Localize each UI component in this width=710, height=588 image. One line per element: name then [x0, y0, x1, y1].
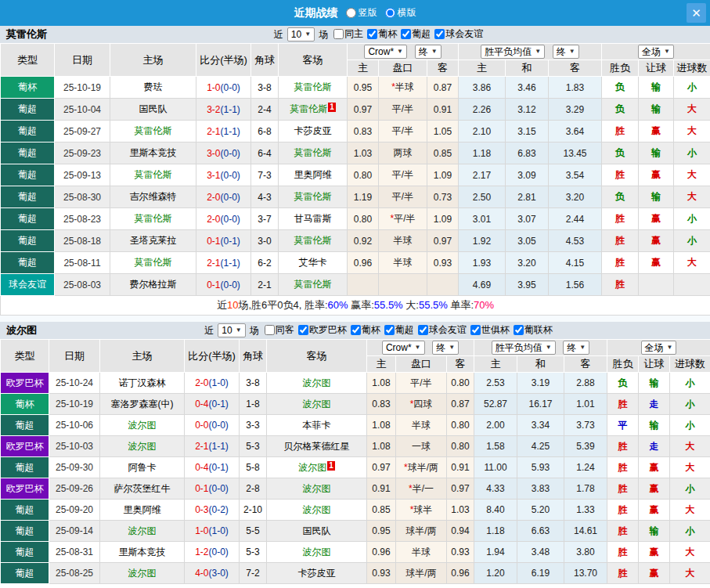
corner-score: 2-1	[251, 274, 279, 296]
avg-home: 3.01	[459, 208, 506, 230]
filter-checkbox[interactable]	[384, 325, 395, 335]
avg-draw: 5.20	[517, 500, 564, 521]
filter-checkbox-option[interactable]: 葡超	[380, 323, 414, 337]
scope-select[interactable]: 全场▼	[641, 341, 677, 355]
home-team: 莫雷伦斯	[110, 252, 196, 274]
fulltime-score: 1-2	[195, 547, 208, 557]
col-result-handicap: 让球	[639, 356, 670, 373]
match-type-badge: 葡超	[1, 186, 55, 208]
average-odds-select[interactable]: 胜平负均值▼	[481, 45, 545, 59]
filter-checkbox-option[interactable]: 球会友谊	[414, 323, 467, 337]
result-goals: 小	[670, 521, 710, 542]
filter-checkbox-option[interactable]: 葡超	[397, 27, 431, 41]
filter-checkbox-option[interactable]: 世俱杯	[467, 323, 510, 337]
filter-checkbox[interactable]	[418, 325, 428, 335]
final-odds-select[interactable]: 终▼	[432, 341, 459, 355]
home-team: 莫雷伦斯	[110, 121, 196, 142]
result-goals	[674, 274, 710, 296]
corner-score: 5-3	[240, 542, 267, 563]
layout-option-horizontal[interactable]: 横版	[385, 6, 416, 20]
filter-checkbox[interactable]	[298, 325, 308, 335]
match-date: 25-08-31	[49, 542, 100, 563]
col-result-wdl: 胜负	[602, 60, 639, 77]
chevron-down-icon: ▼	[449, 341, 455, 354]
close-button[interactable]: ✕	[687, 3, 706, 23]
match-count-select[interactable]: 10 ▼	[287, 27, 315, 41]
avg-home: 4.69	[459, 274, 506, 296]
filter-label: 葡联杯	[524, 323, 553, 337]
bookmaker-select[interactable]: Crow*▼	[364, 45, 407, 59]
layout-option-vertical[interactable]: 竖版	[346, 6, 377, 20]
avg-away: 3.54	[549, 164, 602, 186]
result-wdl: 负	[602, 77, 639, 99]
filter-checkbox[interactable]	[514, 325, 524, 335]
result-wdl: 胜	[607, 521, 639, 542]
avg-home: 1.20	[474, 563, 517, 584]
filter-checkbox-option[interactable]: 葡杯	[347, 323, 380, 337]
avg-draw: 3.09	[506, 164, 549, 186]
score-cell: 0-1(0-1)	[196, 230, 251, 252]
filter-checkbox[interactable]	[265, 325, 275, 335]
avg-away: 3.20	[549, 186, 602, 208]
col-result-handicap: 让球	[639, 60, 674, 77]
odds-home: 0.85	[367, 500, 396, 521]
home-team: 莫雷伦斯	[110, 164, 196, 186]
col-type: 类型	[1, 44, 55, 77]
fulltime-score: 2-0	[207, 214, 220, 225]
filter-checkbox-option[interactable]: 葡联杯	[510, 323, 553, 337]
filter-checkbox-option[interactable]: 欧罗巴杯	[294, 323, 347, 337]
filter-checkbox-option[interactable]: 球会友谊	[431, 27, 483, 41]
col-avg-draw: 和	[517, 356, 564, 373]
result-wdl: 胜	[602, 208, 639, 230]
odds-home: 1.08	[367, 415, 396, 436]
avg-draw: 6.19	[517, 563, 564, 584]
filter-checkbox[interactable]	[470, 325, 481, 335]
avg-home: 2.50	[459, 186, 506, 208]
filter-checkbox[interactable]	[351, 325, 361, 335]
halftime-score: (1-1)	[221, 104, 240, 115]
col-away: 客场	[279, 44, 348, 77]
result-handicap: 赢	[639, 500, 670, 521]
horizontal-layout-radio[interactable]	[385, 8, 395, 18]
match-date: 25-09-26	[49, 478, 100, 500]
final-average-select[interactable]: 终▼	[563, 341, 589, 355]
filter-checkbox-option[interactable]: 葡杯	[363, 27, 397, 41]
odds-away: 0.97	[447, 478, 474, 500]
handicap: 平/半	[379, 164, 427, 186]
filter-checkbox-option[interactable]: 同主	[330, 27, 363, 41]
bookmaker-select[interactable]: Crow*▼	[382, 341, 425, 355]
final-average-select[interactable]: 终▼	[553, 45, 579, 59]
final-odds-select[interactable]: 终▼	[415, 45, 441, 59]
avg-away: 3.64	[549, 121, 602, 142]
scope-select[interactable]: 全场▼	[638, 45, 674, 59]
filter-checkbox[interactable]	[367, 29, 377, 39]
match-type-badge: 葡杯	[1, 394, 49, 415]
result-handicap: 输	[639, 142, 674, 164]
match-row: 球会友谊 25-08-03 费尔格拉斯 0-1(0-0) 2-1 莫雷伦斯 4.…	[1, 274, 710, 296]
corner-score: 4-3	[251, 186, 279, 208]
scope-header-group: 全场▼	[607, 340, 710, 356]
average-odds-select[interactable]: 胜平负均值▼	[492, 341, 556, 355]
avg-home: 1.93	[459, 252, 506, 274]
home-team: 塞洛罗森塞(中)	[100, 394, 185, 415]
result-handicap: 输	[639, 77, 674, 99]
bookmaker-header-group: Crow*▼ 终▼	[348, 44, 459, 60]
score-cell: 1-2(0-0)	[185, 542, 240, 563]
col-handicap: 盘口	[379, 60, 427, 77]
match-count-select[interactable]: 10 ▼	[218, 323, 245, 337]
summary-segment: 55.5%	[419, 299, 448, 311]
match-row: 葡超 25-08-30 吉尔维森特 2-0(0-0) 4-3 莫雷伦斯 1.19…	[1, 186, 710, 208]
filter-checkbox[interactable]	[434, 29, 445, 39]
filter-checkbox[interactable]	[333, 29, 344, 39]
filter-label: 葡杯	[362, 323, 380, 337]
filter-checkbox-option[interactable]: 同客	[261, 323, 294, 337]
away-team: 波尔图	[267, 478, 367, 500]
handicap: 球半/两	[396, 563, 447, 584]
result-wdl: 胜	[607, 394, 639, 415]
avg-draw: 3.34	[517, 415, 564, 436]
vertical-layout-radio[interactable]	[346, 8, 356, 18]
avg-draw: 3.20	[506, 252, 549, 274]
fulltime-score: 1-0	[195, 525, 208, 536]
odds-home: 0.95	[367, 521, 396, 542]
filter-checkbox[interactable]	[401, 29, 411, 39]
